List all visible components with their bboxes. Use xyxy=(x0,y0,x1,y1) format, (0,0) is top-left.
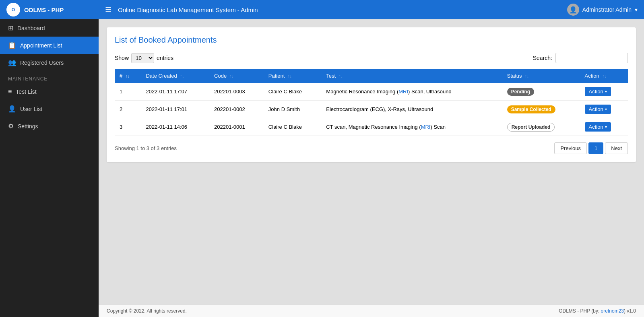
mri-highlight: MRI xyxy=(421,124,431,130)
col-status[interactable]: Status ↑↓ xyxy=(502,69,580,83)
cell-action: Action ▾ xyxy=(580,118,628,136)
cell-patient: John D Smith xyxy=(264,101,321,118)
cell-action: Action ▾ xyxy=(580,83,628,101)
footer: Copyright © 2022. All rights reserved. O… xyxy=(99,305,644,317)
main-content: List of Booked Appointments Show 10 25 5… xyxy=(99,19,644,317)
avatar: 👤 xyxy=(567,4,579,16)
caret-icon: ▾ xyxy=(605,125,607,129)
sidebar-label-settings: Settings xyxy=(18,123,38,130)
cell-test: Magnetic Resonance Imaging (MRI) Scan, U… xyxy=(321,83,502,101)
sidebar-item-appointment-list[interactable]: 📋 Appointment List xyxy=(0,37,99,54)
maintenance-section-label: Maintenance xyxy=(0,71,99,83)
table-header-row: # ↑↓ Date Created ↑↓ Code ↑↓ Patient ↑↓ … xyxy=(115,69,628,83)
menu-toggle-icon[interactable]: ☰ xyxy=(105,5,111,14)
pagination-info: Showing 1 to 3 of 3 entries xyxy=(115,145,177,151)
footer-brand: ODLMS - PHP (by: oretnom23) v1.0 xyxy=(559,308,636,314)
action-button[interactable]: Action ▾ xyxy=(585,122,611,132)
sidebar-item-dashboard[interactable]: ⊞ Dashboard xyxy=(0,19,99,37)
appointments-table: # ↑↓ Date Created ↑↓ Code ↑↓ Patient ↑↓ … xyxy=(115,69,628,136)
sort-icon-date: ↑↓ xyxy=(180,74,184,78)
cell-code: 202201-0001 xyxy=(209,118,264,136)
sidebar-label-user-list: User List xyxy=(20,106,42,112)
sidebar-item-user-list[interactable]: 👤 User List xyxy=(0,100,99,117)
user-name: Adminstrator Admin xyxy=(582,6,632,13)
logo-icon: O xyxy=(6,3,20,16)
status-badge: Report Uploaded xyxy=(507,123,555,132)
cell-num: 2 xyxy=(115,101,141,118)
status-badge: Sample Collected xyxy=(507,105,555,113)
mri-highlight: MRI xyxy=(398,89,408,95)
calendar-icon: 📋 xyxy=(8,41,16,49)
show-entries-control: Show 10 25 50 100 entries xyxy=(115,53,173,63)
page-1-button[interactable]: 1 xyxy=(588,142,603,154)
sort-icon-action: ↑↓ xyxy=(602,74,606,78)
cell-test: CT scan, Magnetic Resonance Imaging (MRI… xyxy=(321,118,502,136)
cell-code: 202201-0003 xyxy=(209,83,264,101)
sidebar-item-test-list[interactable]: ≡ Test List xyxy=(0,83,99,100)
users-icon: 👥 xyxy=(8,59,16,66)
cell-status: Sample Collected xyxy=(502,101,580,118)
cell-action: Action ▾ xyxy=(580,101,628,118)
col-num[interactable]: # ↑↓ xyxy=(115,69,141,83)
action-button[interactable]: Action ▾ xyxy=(585,105,611,114)
col-patient[interactable]: Patient ↑↓ xyxy=(264,69,321,83)
col-date[interactable]: Date Created ↑↓ xyxy=(141,69,209,83)
sidebar-label-appointment-list: Appointment List xyxy=(20,42,62,49)
navbar-subtitle: Online Diagnostic Lab Management System … xyxy=(118,6,567,13)
table-row: 1 2022-01-11 17:07 202201-0003 Claire C … xyxy=(115,83,628,101)
caret-icon: ▾ xyxy=(605,107,607,111)
navbar-brand: O ODLMS - PHP xyxy=(6,3,105,16)
cell-num: 1 xyxy=(115,83,141,101)
content-card: List of Booked Appointments Show 10 25 5… xyxy=(107,27,636,162)
search-input[interactable] xyxy=(555,53,628,63)
cell-patient: Claire C Blake xyxy=(264,83,321,101)
cell-test: Electrocardiogram (ECG), X-Rays, Ultraso… xyxy=(321,101,502,118)
dashboard-icon: ⊞ xyxy=(8,24,13,32)
cell-num: 3 xyxy=(115,118,141,136)
search-label: Search: xyxy=(533,55,552,61)
status-badge: Pending xyxy=(507,88,534,96)
sort-icon-patient: ↑↓ xyxy=(288,74,292,78)
page-title: List of Booked Appointments xyxy=(115,35,628,45)
user-dropdown-icon: ▾ xyxy=(635,6,638,13)
cell-date: 2022-01-11 17:01 xyxy=(141,101,209,118)
cell-status: Pending xyxy=(502,83,580,101)
sidebar-item-registered-users[interactable]: 👥 Registered Users xyxy=(0,54,99,71)
sidebar-label-registered-users: Registered Users xyxy=(20,60,64,66)
col-code[interactable]: Code ↑↓ xyxy=(209,69,264,83)
pagination-area: Showing 1 to 3 of 3 entries Previous 1 N… xyxy=(115,142,628,154)
sidebar-item-settings[interactable]: ⚙ Settings xyxy=(0,117,99,135)
action-button[interactable]: Action ▾ xyxy=(585,87,611,96)
sort-icon-code: ↑↓ xyxy=(230,74,234,78)
sidebar: ⊞ Dashboard 📋 Appointment List 👥 Registe… xyxy=(0,19,99,317)
user-list-icon: 👤 xyxy=(8,105,16,113)
search-box: Search: xyxy=(533,53,628,63)
table-row: 2 2022-01-11 17:01 202201-0002 John D Sm… xyxy=(115,101,628,118)
navbar: O ODLMS - PHP ☰ Online Diagnostic Lab Ma… xyxy=(0,0,644,19)
caret-icon: ▾ xyxy=(605,89,607,94)
cell-patient: Claire C Blake xyxy=(264,118,321,136)
cell-date: 2022-01-11 14:06 xyxy=(141,118,209,136)
sidebar-label-test-list: Test List xyxy=(16,89,36,95)
entries-label: entries xyxy=(157,55,173,61)
list-icon: ≡ xyxy=(8,88,12,95)
previous-button[interactable]: Previous xyxy=(554,142,587,154)
show-label: Show xyxy=(115,55,129,61)
table-controls: Show 10 25 50 100 entries Search: xyxy=(115,53,628,63)
settings-icon: ⚙ xyxy=(8,122,14,130)
sort-icon-test: ↑↓ xyxy=(339,74,343,78)
col-test[interactable]: Test ↑↓ xyxy=(321,69,502,83)
pagination-buttons: Previous 1 Next xyxy=(554,142,628,154)
col-action[interactable]: Action ↑↓ xyxy=(580,69,628,83)
user-menu[interactable]: 👤 Adminstrator Admin ▾ xyxy=(567,4,638,16)
cell-code: 202201-0002 xyxy=(209,101,264,118)
footer-copyright: Copyright © 2022. All rights reserved. xyxy=(107,308,187,314)
cell-date: 2022-01-11 17:07 xyxy=(141,83,209,101)
sort-icon-status: ↑↓ xyxy=(525,74,529,78)
table-row: 3 2022-01-11 14:06 202201-0001 Claire C … xyxy=(115,118,628,136)
footer-author-link[interactable]: oretnom23 xyxy=(601,308,624,314)
sort-icon-num: ↑↓ xyxy=(126,74,130,78)
sidebar-label-dashboard: Dashboard xyxy=(17,25,45,31)
next-button[interactable]: Next xyxy=(605,142,628,154)
entries-select[interactable]: 10 25 50 100 xyxy=(131,53,154,63)
